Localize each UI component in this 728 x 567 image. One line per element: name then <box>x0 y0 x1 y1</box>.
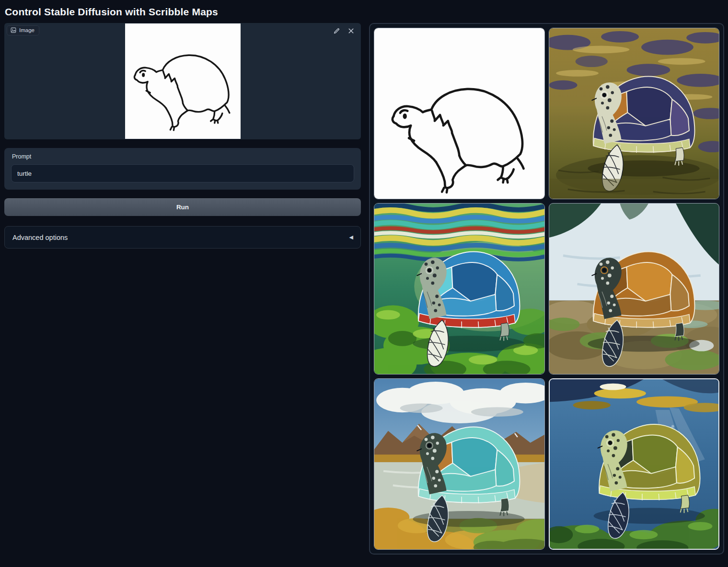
main-layout: Image <box>0 23 728 555</box>
advanced-options-accordion[interactable]: Advanced options ◀ <box>4 226 361 249</box>
image-label-badge: Image <box>7 25 39 35</box>
edit-pencil-icon[interactable] <box>333 27 340 34</box>
gallery-item-underwater[interactable] <box>549 378 720 550</box>
collapse-left-triangle-icon: ◀ <box>349 235 353 240</box>
prompt-panel: Prompt <box>4 148 361 190</box>
prompt-label: Prompt <box>12 153 353 160</box>
gallery-item-mountain-lake[interactable] <box>374 378 545 550</box>
run-button[interactable]: Run <box>4 198 361 216</box>
image-tools <box>333 27 355 34</box>
gallery-item-blue-algae[interactable] <box>374 203 545 374</box>
output-gallery <box>369 23 724 555</box>
app-header: Control Stable Diffusion with Scribble M… <box>0 0 728 23</box>
gallery-item-golden-water[interactable] <box>549 28 720 199</box>
input-column: Image <box>4 23 361 249</box>
page-title: Control Stable Diffusion with Scribble M… <box>5 6 723 18</box>
input-scribble-image[interactable] <box>125 23 241 139</box>
gallery-item-amber-rocks[interactable] <box>549 203 720 374</box>
image-icon <box>11 27 16 33</box>
gallery-item-scribble[interactable] <box>374 28 545 199</box>
prompt-input[interactable] <box>11 164 354 182</box>
input-image-dropzone[interactable]: Image <box>4 23 361 139</box>
advanced-options-label: Advanced options <box>12 234 68 241</box>
image-label: Image <box>19 27 35 33</box>
clear-x-icon[interactable] <box>347 27 355 34</box>
